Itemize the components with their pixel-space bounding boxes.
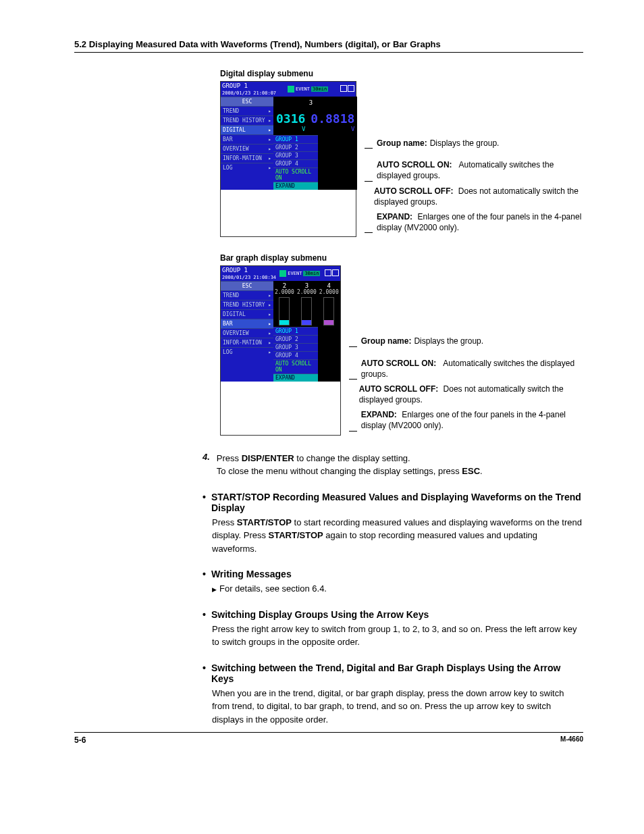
menu-information[interactable]: INFOR-MATION▸ bbox=[221, 338, 273, 347]
digital-value-left: 0316 bbox=[276, 111, 305, 126]
bar-col-3: 3 bbox=[305, 282, 308, 289]
digital-value-right: 0.8818 bbox=[311, 111, 354, 126]
disk-icon bbox=[288, 86, 294, 93]
menu-trend[interactable]: TREND▸ bbox=[221, 290, 273, 300]
annot-expand-label: EXPAND: bbox=[377, 212, 412, 221]
doc-id: M-4660 bbox=[560, 735, 583, 745]
step4-text-c: to change the display setting. bbox=[294, 453, 410, 463]
annot2-group-label: Group name: bbox=[361, 336, 412, 346]
figure-bar-submenu: Bar graph display submenu GROUP 1 2008/0… bbox=[220, 253, 583, 435]
menu-information[interactable]: INFOR-MATION▸ bbox=[221, 153, 273, 163]
menu-overview[interactable]: OVERVIEW▸ bbox=[221, 144, 273, 153]
step-4: 4. Press DISP/ENTER to change the displa… bbox=[203, 452, 576, 478]
annot2-ason-label: AUTO SCROLL ON: bbox=[361, 359, 437, 368]
bullet-start-stop: •START/STOP Recording Measured Values an… bbox=[203, 492, 583, 556]
bar-val-2: 2.0000 bbox=[275, 289, 294, 295]
menu-log[interactable]: LOG▸ bbox=[221, 347, 273, 357]
bullet3-title: Switching Display Groups Using the Arrow… bbox=[211, 609, 429, 620]
step4-disp-enter: DISP/ENTER bbox=[242, 453, 294, 463]
menu-esc[interactable]: ESC bbox=[221, 281, 273, 290]
bullet-switch-groups: •Switching Display Groups Using the Arro… bbox=[203, 609, 583, 649]
annot-asoff-label: AUTO SCROLL OFF: bbox=[374, 186, 454, 196]
submenu-group3[interactable]: GROUP 3 bbox=[273, 343, 318, 351]
bullet-icon: • bbox=[203, 662, 206, 684]
b1-ss2: START/STOP bbox=[269, 530, 323, 540]
page-footer: 5-6 M-4660 bbox=[74, 732, 583, 745]
bar-col-2: 2 bbox=[283, 282, 286, 289]
menu-digital[interactable]: DIGITAL▸ bbox=[221, 125, 273, 134]
submenu-group4[interactable]: GROUP 4 bbox=[273, 159, 318, 167]
event-tag: EVENT bbox=[296, 86, 310, 92]
bullet3-body: Press the right arrow key to switch from… bbox=[212, 623, 583, 649]
instrument2-date: 2008/01/23 21:08:34 bbox=[222, 275, 276, 280]
instrument-date: 2008/01/23 21:08:07 bbox=[222, 90, 276, 96]
disk-icon bbox=[279, 270, 286, 277]
submenu-group2[interactable]: GROUP 2 bbox=[273, 335, 318, 343]
time-tag: 30min bbox=[311, 86, 328, 92]
menu-bar[interactable]: BAR▸ bbox=[221, 319, 273, 328]
bar-col-4: 4 bbox=[327, 282, 331, 289]
b1-a: Press bbox=[212, 517, 237, 527]
page-number: 5-6 bbox=[74, 735, 86, 745]
bullet4-title: Switching between the Trend, Digital and… bbox=[211, 662, 583, 684]
figure-digital-submenu: Digital display submenu GROUP 1 2008/01/… bbox=[220, 69, 583, 237]
step4-esc: ESC bbox=[462, 466, 480, 476]
bullet2-title: Writing Messages bbox=[211, 569, 292, 579]
submenu-expand[interactable]: EXPAND bbox=[273, 373, 318, 382]
bullet2-ref: For details, see section 6.4. bbox=[212, 582, 583, 596]
menu-digital[interactable]: DIGITAL▸ bbox=[221, 309, 273, 319]
instrument2-group: GROUP 1 bbox=[222, 267, 248, 273]
bullet4-body: When you are in the trend, digital, or b… bbox=[212, 687, 583, 727]
submenu-group3[interactable]: GROUP 3 bbox=[273, 151, 318, 159]
menu-overview[interactable]: OVERVIEW▸ bbox=[221, 328, 273, 338]
figure-title: Digital display submenu bbox=[220, 69, 583, 78]
digital-unit-right: V bbox=[351, 126, 354, 132]
camera-icon bbox=[325, 269, 331, 276]
submenu-group2[interactable]: GROUP 2 bbox=[273, 143, 318, 151]
bullet1-title: START/STOP Recording Measured Values and… bbox=[211, 492, 583, 513]
bar-val-3: 2.0000 bbox=[297, 289, 317, 295]
bullet-icon: • bbox=[203, 609, 206, 620]
settings-icon bbox=[332, 269, 339, 276]
annot-ason-label: AUTO SCROLL ON: bbox=[377, 160, 452, 170]
annot2-expand-label: EXPAND: bbox=[361, 410, 397, 419]
menu-trend[interactable]: TREND▸ bbox=[221, 106, 273, 115]
annot-group-label: Group name: bbox=[377, 138, 427, 149]
submenu-autoscroll-on[interactable]: AUTO SCROLL ON bbox=[273, 359, 318, 373]
submenu-expand[interactable]: EXPAND bbox=[273, 182, 318, 190]
step4-text-2a: To close the menu without changing the d… bbox=[217, 466, 462, 476]
figure2-title: Bar graph display submenu bbox=[220, 253, 583, 263]
menu-esc[interactable]: ESC bbox=[221, 97, 273, 106]
annot-group-text: Displays the group. bbox=[430, 138, 500, 149]
menu-log[interactable]: LOG▸ bbox=[221, 163, 273, 172]
submenu-group1[interactable]: GROUP 1 bbox=[273, 327, 318, 335]
bullet-icon: • bbox=[203, 569, 206, 579]
bullet-switch-displays: •Switching between the Trend, Digital an… bbox=[203, 662, 583, 727]
step4-text-2c: . bbox=[480, 466, 483, 476]
annot2-asoff-label: AUTO SCROLL OFF: bbox=[359, 384, 439, 394]
submenu-group1[interactable]: GROUP 1 bbox=[273, 135, 318, 143]
menu-bar[interactable]: BAR▸ bbox=[221, 134, 273, 144]
event-tag: EVENT bbox=[288, 271, 302, 276]
annot2-group-text: Displays the group. bbox=[414, 336, 483, 346]
submenu-group4[interactable]: GROUP 4 bbox=[273, 351, 318, 359]
menu-trend-history[interactable]: TREND HISTORY▸ bbox=[221, 300, 273, 309]
digital-unit-left: V bbox=[302, 126, 305, 132]
time-tag: 30min bbox=[303, 271, 320, 276]
camera-icon bbox=[340, 85, 347, 92]
bullet-writing-messages: •Writing Messages For details, see secti… bbox=[203, 569, 583, 596]
step-number: 4. bbox=[203, 452, 210, 478]
bullet-icon: • bbox=[203, 492, 206, 513]
menu-trend-history[interactable]: TREND HISTORY▸ bbox=[221, 115, 273, 125]
b1-ss1: START/STOP bbox=[237, 517, 292, 527]
digital-col-3: 3 bbox=[309, 99, 313, 106]
bar-val-4: 2.0000 bbox=[319, 289, 339, 295]
step4-text-a: Press bbox=[217, 453, 242, 463]
instrument-group: GROUP 1 bbox=[222, 82, 248, 89]
submenu-autoscroll-on[interactable]: AUTO SCROLL ON bbox=[273, 167, 318, 182]
section-header: 5.2 Displaying Measured Data with Wavefo… bbox=[74, 39, 583, 53]
settings-icon bbox=[348, 85, 354, 92]
